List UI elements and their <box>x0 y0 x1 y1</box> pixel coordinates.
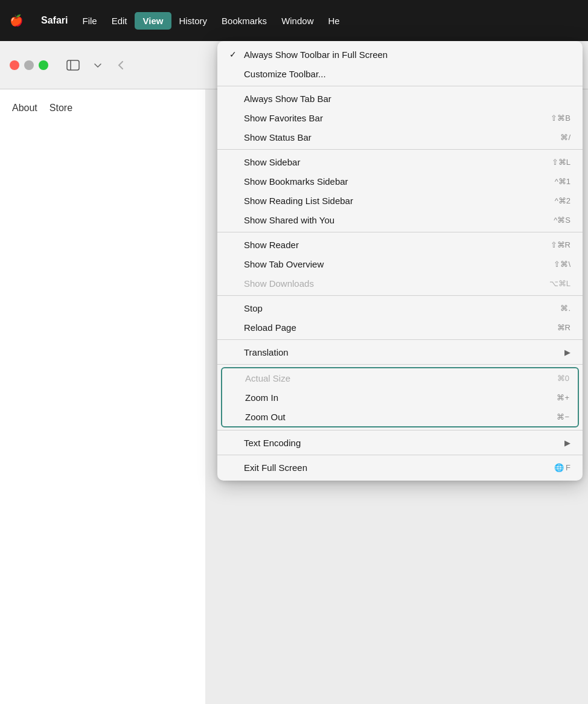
menu-view[interactable]: View <box>135 12 172 30</box>
separator-8 <box>217 455 583 455</box>
menu-item-show-downloads: Show Downloads ⌥⌘L <box>217 274 583 293</box>
menu-item-reload-page[interactable]: Reload Page ⌘R <box>217 318 583 337</box>
page-content: About Store <box>0 89 205 704</box>
checkmark-icon: ✓ <box>229 50 239 59</box>
menu-item-text-encoding[interactable]: Text Encoding ▶ <box>217 433 583 452</box>
menu-item-exit-full-screen[interactable]: Exit Full Screen 🌐 F <box>217 458 583 477</box>
menubar: 🍎 Safari File Edit View History Bookmark… <box>0 0 588 41</box>
menu-item-show-status-bar[interactable]: Show Status Bar ⌘/ <box>217 127 583 147</box>
fullscreen-button[interactable] <box>39 60 48 70</box>
menu-help[interactable]: He <box>321 13 347 28</box>
separator-5 <box>217 339 583 340</box>
separator-2 <box>217 149 583 150</box>
separator-3 <box>217 232 583 232</box>
menu-item-zoom-out[interactable]: Zoom Out ⌘− <box>222 407 578 426</box>
submenu-arrow-icon: ▶ <box>564 348 570 357</box>
menu-item-show-sidebar[interactable]: Show Sidebar ⇧⌘L <box>217 152 583 171</box>
page-nav-store[interactable]: Store <box>50 103 72 114</box>
menu-item-show-favorites-bar[interactable]: Show Favorites Bar ⇧⌘B <box>217 108 583 127</box>
chevron-down-button[interactable] <box>91 58 105 72</box>
menu-file[interactable]: File <box>75 13 104 28</box>
menu-history[interactable]: History <box>171 13 214 28</box>
submenu-text-encoding-arrow-icon: ▶ <box>564 438 570 447</box>
separator-7 <box>217 430 583 430</box>
minimize-button[interactable] <box>24 60 34 70</box>
menu-item-always-show-toolbar[interactable]: ✓ Always Show Toolbar in Full Screen <box>217 45 583 64</box>
menu-item-customize-toolbar[interactable]: Customize Toolbar... <box>217 64 583 83</box>
menu-item-always-show-tab-bar[interactable]: Always Show Tab Bar <box>217 89 583 108</box>
menu-item-translation[interactable]: Translation ▶ <box>217 342 583 362</box>
menu-bookmarks[interactable]: Bookmarks <box>214 13 274 28</box>
menu-item-show-bookmarks-sidebar[interactable]: Show Bookmarks Sidebar ^⌘1 <box>217 171 583 191</box>
apple-menu[interactable]: 🍎 <box>10 14 23 27</box>
back-button[interactable] <box>112 57 129 74</box>
close-button[interactable] <box>10 60 19 70</box>
menu-item-stop[interactable]: Stop ⌘. <box>217 298 583 318</box>
menu-item-zoom-in[interactable]: Zoom In ⌘+ <box>222 388 578 407</box>
globe-icon: 🌐 <box>554 463 564 472</box>
view-dropdown-menu: ✓ Always Show Toolbar in Full Screen Cus… <box>217 41 583 481</box>
separator-1 <box>217 86 583 86</box>
menu-item-show-reading-list-sidebar[interactable]: Show Reading List Sidebar ^⌘2 <box>217 191 583 210</box>
menu-item-show-tab-overview[interactable]: Show Tab Overview ⇧⌘\ <box>217 254 583 274</box>
page-nav-about[interactable]: About <box>12 103 37 114</box>
menu-edit[interactable]: Edit <box>104 13 135 28</box>
separator-6 <box>217 364 583 365</box>
menu-window[interactable]: Window <box>274 13 321 28</box>
svg-rect-0 <box>67 60 79 70</box>
menu-item-show-shared-with-you[interactable]: Show Shared with You ^⌘S <box>217 210 583 229</box>
sidebar-toggle-button[interactable] <box>63 57 83 74</box>
menu-item-show-reader[interactable]: Show Reader ⇧⌘R <box>217 235 583 254</box>
separator-4 <box>217 295 583 296</box>
menu-safari[interactable]: Safari <box>34 13 75 28</box>
traffic-lights <box>10 60 48 70</box>
menu-item-actual-size: Actual Size ⌘0 <box>222 368 578 388</box>
zoom-section: Actual Size ⌘0 Zoom In ⌘+ Zoom Out ⌘− <box>221 367 579 427</box>
